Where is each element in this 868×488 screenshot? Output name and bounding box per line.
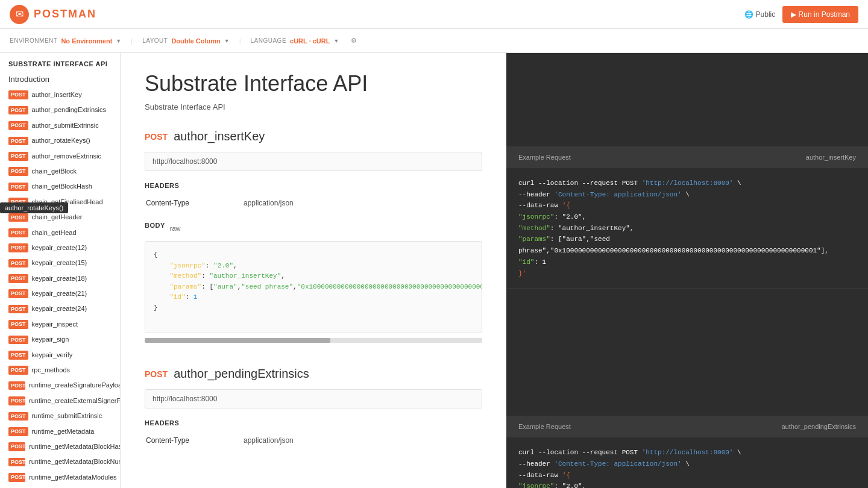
environment-arrow-icon: ▼ [116, 38, 121, 44]
sidebar-item[interactable]: POSTkeypair_verify [0, 348, 120, 363]
body-header-1: BODY raw [145, 222, 482, 235]
sidebar-item-label: author_submitExtrinsic [32, 121, 99, 130]
sidebar-item-label: keypair_create(24) [32, 304, 87, 313]
sidebar-item[interactable]: POSTkeypair_create(15) [0, 255, 120, 271]
sidebar-item-label: author_pendingExtrinsics [32, 105, 107, 114]
post-badge: POST [8, 137, 28, 146]
layout-value[interactable]: Double Column [171, 37, 220, 45]
sidebar-item-label: keypair_create(18) [32, 274, 87, 283]
sidebar-items-list: POSTauthor_insertKeyPOSTauthor_pendingEx… [0, 87, 120, 488]
sidebar-item[interactable]: POSTkeypair_sign [0, 332, 120, 347]
sidebar-item-label: runtime_getMetadata(BlockNum... [29, 457, 121, 466]
sidebar-item-label: rpc_methods [32, 366, 71, 375]
sidebar-item[interactable]: POSTruntime_getMetadata [0, 424, 120, 439]
header-row-2: Content-Type application/json [146, 434, 481, 447]
sidebar-item-label: keypair_create(21) [32, 289, 87, 298]
sidebar-item[interactable]: POSTkeypair_create(12) [0, 240, 120, 255]
language-label: LANGUAGE [250, 37, 286, 44]
sidebar-item[interactable]: POSTauthor_insertKey [0, 87, 120, 102]
url-bar-2[interactable]: http://localhost:8000 [145, 389, 482, 408]
sidebar-item[interactable]: POSTkeypair_create(18) [0, 271, 120, 286]
content-area: Substrate Interface API Substrate Interf… [121, 53, 868, 488]
endpoint-method-2: POST [145, 369, 168, 379]
post-badge: POST [8, 289, 28, 298]
header-key-1: Content-Type [146, 196, 242, 210]
sidebar-item[interactable]: POSTkeypair_create(24) [0, 301, 120, 316]
sidebar: SUBSTRATE INTERFACE API Introduction POS… [0, 53, 121, 488]
sidebar-intro-item[interactable]: Introduction [0, 71, 120, 87]
sidebar-item[interactable]: POSTruntime_createSignaturePayload [0, 378, 120, 393]
post-badge: POST [8, 121, 28, 130]
sidebar-item[interactable]: POSTauthor_submitExtrinsic [0, 118, 120, 133]
scrollbar-1 [145, 338, 482, 343]
body-section-1: BODY raw { "jsonrpc": "2.0", "method": "… [145, 222, 482, 343]
sidebar-item[interactable]: POSTchain_getBlockHash [0, 179, 120, 194]
example-label-1: Example Request [518, 154, 571, 161]
globe-icon: 🌐 [744, 10, 753, 19]
language-arrow-icon: ▼ [333, 38, 339, 44]
sidebar-item-label: chain_getHead [32, 228, 77, 237]
post-badge: POST [8, 351, 28, 360]
sidebar-item[interactable]: POSTchain_getHead [0, 225, 120, 240]
scrollbar-thumb-1 [145, 338, 330, 343]
endpoint-author-pending: POST author_pendingExtrinsics http://loc… [145, 367, 482, 448]
separator-2: | [239, 37, 241, 45]
run-in-postman-button[interactable]: ▶ Run in Postman [782, 6, 858, 23]
sidebar-item[interactable]: POSTruntime_getMetadata(BlockNum... [0, 454, 120, 469]
post-badge: POST [8, 228, 28, 237]
toolbar: ENVIRONMENT No Environment ▼ | LAYOUT Do… [0, 29, 868, 53]
sidebar-item[interactable]: POSTruntime_submitExtrinsic [0, 408, 120, 424]
example-name-1: author_insertKey [806, 154, 856, 161]
layout-label: LAYOUT [142, 37, 168, 44]
curl-code-1: curl --location --request POST 'http://l… [506, 168, 868, 289]
sidebar-item[interactable]: POSTruntime_createExternalSignerPa... [0, 393, 120, 408]
language-value[interactable]: cURL · cURL [290, 37, 330, 45]
public-label: Public [756, 10, 776, 19]
post-badge: POST [8, 320, 28, 329]
post-badge: POST [8, 274, 28, 283]
top-header: ✉ POSTMAN 🌐 Public ▶ Run in Postman [0, 0, 868, 29]
public-badge: 🌐 Public [744, 10, 776, 19]
example-header-2: Example Request author_pendingExtrinsics [506, 416, 868, 437]
headers-table-1: Content-Type application/json [145, 195, 482, 211]
sidebar-item[interactable]: POSTauthor_removeExtrinsic [0, 149, 120, 164]
sidebar-item-label: runtime_getMetadata [32, 427, 95, 436]
sidebar-item-label: chain_getHeader [32, 213, 83, 222]
headers-table-2: Content-Type application/json [145, 433, 482, 448]
endpoint-author-insertkey: POST author_insertKey http://localhost:8… [145, 130, 482, 343]
sidebar-tooltip: author_rotateKeys() [0, 202, 68, 213]
sidebar-item-label: runtime_createSignaturePayload [29, 381, 121, 390]
sidebar-item-label: chain_getBlock [32, 167, 77, 176]
sidebar-item[interactable]: POSTruntime_getMetadataModules(B... [0, 485, 120, 488]
post-badge: POST [8, 336, 28, 345]
sidebar-item-label: runtime_submitExtrinsic [32, 411, 102, 421]
post-badge: POST [8, 106, 28, 115]
sidebar-item[interactable]: POSTrpc_methods [0, 363, 120, 378]
sidebar-item-label: keypair_verify [32, 351, 73, 360]
curl-code-2: curl --location --request POST 'http://l… [506, 437, 868, 488]
headers-label-1: HEADERS [145, 182, 482, 189]
sidebar-item-label: runtime_getMetadata(BlockHash) [29, 442, 121, 451]
sidebar-item[interactable]: POSTruntime_getMetadataModules [0, 470, 120, 485]
example-label-2: Example Request [518, 423, 571, 430]
sidebar-item[interactable]: POSTkeypair_create(21) [0, 286, 120, 301]
sidebar-item-label: keypair_sign [32, 335, 69, 344]
sidebar-item[interactable]: POSTauthor_pendingExtrinsics [0, 102, 120, 117]
body-label-1: BODY [145, 222, 165, 229]
sidebar-item[interactable]: POSTchain_getBlock [0, 164, 120, 179]
doc-panel: Substrate Interface API Substrate Interf… [121, 53, 506, 488]
sidebar-item-label: runtime_createExternalSignerPa... [29, 396, 121, 405]
sidebar-item[interactable]: POSTkeypair_inspect [0, 317, 120, 332]
logo-text: POSTMAN [34, 8, 96, 20]
url-bar-1[interactable]: http://localhost:8000 [145, 152, 482, 171]
sidebar-item[interactable]: POSTruntime_getMetadata(BlockHash) [0, 439, 120, 454]
post-badge: POST [8, 427, 28, 436]
postman-logo-icon: ✉ [10, 5, 29, 24]
endpoint-method-1: POST [145, 132, 168, 142]
sidebar-item-label: keypair_inspect [32, 320, 78, 329]
sidebar-item-label: runtime_getMetadataModules [29, 473, 117, 482]
environment-value[interactable]: No Environment [61, 37, 112, 45]
sidebar-item[interactable]: POSTauthor_rotateKeys() [0, 133, 120, 148]
settings-icon[interactable]: ⚙ [351, 37, 357, 45]
post-badge: POST [8, 213, 28, 222]
